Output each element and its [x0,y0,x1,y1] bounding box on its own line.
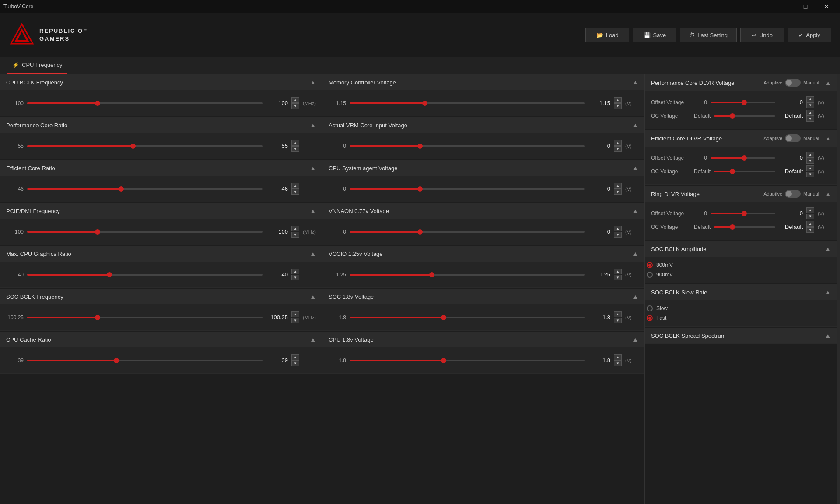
slider-thumb[interactable] [422,101,427,106]
offset-slider-thumb[interactable] [742,155,747,161]
section-header-pcie-dmi[interactable]: PCIE/DMI Frequency▲ [0,203,322,219]
stepper-up[interactable]: ▲ [291,226,299,231]
offset-slider-track[interactable] [710,157,775,159]
collapse-icon[interactable]: ▲ [825,191,831,197]
section-header-cpu-18v[interactable]: CPU 1.8v Voltage▲ [322,332,644,347]
section-header-vccio-125[interactable]: VCCIO 1.25v Voltage▲ [322,246,644,262]
stepper-down[interactable]: ▼ [614,360,622,366]
oc-slider-track[interactable] [714,226,775,228]
stepper-up[interactable]: ▲ [614,140,622,146]
oc-slider-thumb[interactable] [730,169,735,174]
offset-stepper-down[interactable]: ▼ [806,102,814,108]
section-header-max-cpu-graphics[interactable]: Max. CPU Graphics Ratio▲ [0,246,322,262]
slider-track[interactable] [350,102,585,104]
slider-thumb[interactable] [417,186,423,192]
slider-thumb[interactable] [95,315,100,320]
oc-slider-track[interactable] [714,115,775,117]
stepper-up[interactable]: ▲ [614,183,622,189]
section-header-vnnaon[interactable]: VNNAON 0.77v Voltage▲ [322,203,644,219]
offset-stepper-down[interactable]: ▼ [806,158,814,164]
offset-stepper-down[interactable]: ▼ [806,214,814,219]
slider-track[interactable] [27,317,262,318]
section-header-soc-bclk[interactable]: SOC BCLK Frequency▲ [0,289,322,304]
stepper-down[interactable]: ▼ [291,103,299,109]
stepper-up[interactable]: ▲ [614,226,622,231]
stepper-up[interactable]: ▲ [291,140,299,146]
oc-stepper-down[interactable]: ▼ [806,172,814,177]
slider-thumb[interactable] [119,186,124,192]
section-header-mem-ctrl-voltage[interactable]: Memory Controller Voltage▲ [322,74,644,90]
oc-stepper-down[interactable]: ▼ [806,227,814,233]
stepper-up[interactable]: ▲ [614,312,622,317]
slider-track[interactable] [27,102,262,104]
slider-thumb[interactable] [441,358,446,363]
stepper-down[interactable]: ▼ [291,232,299,238]
slider-track[interactable] [27,231,262,233]
maximize-button[interactable]: □ [795,0,816,13]
slider-thumb[interactable] [95,229,100,234]
oc-slider-track[interactable] [714,171,775,172]
stepper-up[interactable]: ▲ [291,312,299,317]
oc-stepper-up[interactable]: ▲ [806,110,814,116]
offset-stepper-up[interactable]: ▲ [806,207,814,213]
section-header-soc-18v[interactable]: SOC 1.8v Voltage▲ [322,289,644,304]
section-header-soc-bclk-amplitude[interactable]: SOC BCLK Amplitude▲ [645,241,837,257]
oc-slider-thumb[interactable] [730,224,735,230]
undo-button[interactable]: ↩ Undo [740,28,784,42]
slider-track[interactable] [350,145,585,147]
close-button[interactable]: ✕ [816,0,836,13]
stepper-down[interactable]: ▼ [291,146,299,152]
radio-item[interactable]: Slow [647,304,835,313]
radio-item[interactable]: 900mV [647,270,835,280]
stepper-up[interactable]: ▲ [291,269,299,274]
stepper-down[interactable]: ▼ [614,146,622,152]
slider-track[interactable] [350,274,585,276]
slider-track[interactable] [350,317,585,318]
oc-stepper-down[interactable]: ▼ [806,116,814,122]
stepper-up[interactable]: ▲ [291,183,299,189]
slider-track[interactable] [350,360,585,361]
oc-stepper-up[interactable]: ▲ [806,165,814,171]
slider-track[interactable] [350,188,585,190]
toggle-switch[interactable] [785,79,801,87]
stepper-down[interactable]: ▼ [291,189,299,195]
section-header-cpu-cache-ratio[interactable]: CPU Cache Ratio▲ [0,332,322,347]
section-header-cpu-bclk[interactable]: CPU BCLK Frequency▲ [0,74,322,90]
toggle-switch[interactable] [785,134,801,142]
collapse-icon[interactable]: ▲ [825,80,831,86]
stepper-down[interactable]: ▼ [614,189,622,195]
section-header-actual-vrm[interactable]: Actual VRM Core Input Voltage▲ [322,117,644,133]
section-header-soc-bclk-spread[interactable]: SOC BCLK Spread Spectrum▲ [645,328,837,343]
slider-thumb[interactable] [130,144,136,149]
stepper-down[interactable]: ▼ [614,232,622,238]
slider-thumb[interactable] [441,315,446,320]
oc-stepper-up[interactable]: ▲ [806,221,814,227]
stepper-down[interactable]: ▼ [614,103,622,109]
slider-track[interactable] [27,274,262,276]
section-header-soc-bclk-slew-rate[interactable]: SOC BCLK Slew Rate▲ [645,284,837,300]
slider-track[interactable] [27,360,262,361]
tab-cpu-frequency[interactable]: ⚡ CPU Frequency [7,57,67,74]
stepper-down[interactable]: ▼ [614,318,622,323]
minimize-button[interactable]: ─ [774,0,794,13]
section-header-eff-core-ratio[interactable]: Efficient Core Ratio▲ [0,160,322,176]
stepper-down[interactable]: ▼ [291,360,299,366]
load-button[interactable]: 📂 Load [585,28,629,42]
offset-slider-track[interactable] [710,213,775,214]
stepper-up[interactable]: ▲ [291,354,299,360]
slider-thumb[interactable] [417,144,423,149]
radio-item[interactable]: 800mV [647,260,835,270]
offset-stepper-up[interactable]: ▲ [806,152,814,158]
offset-stepper-up[interactable]: ▲ [806,96,814,102]
save-button[interactable]: 💾 Save [633,28,676,42]
offset-slider-thumb[interactable] [742,211,747,216]
last-setting-button[interactable]: ⏱ Last Setting [680,28,737,42]
slider-track[interactable] [27,188,262,190]
slider-thumb[interactable] [114,358,119,363]
section-header-cpu-sys-agent[interactable]: CPU System agent Voltage▲ [322,160,644,176]
slider-thumb[interactable] [95,101,100,106]
radio-item[interactable]: Fast [647,313,835,323]
slider-track[interactable] [27,145,262,147]
section-header-perf-core-ratio[interactable]: Performance Core Ratio▲ [0,117,322,133]
toggle-switch[interactable] [785,190,801,198]
